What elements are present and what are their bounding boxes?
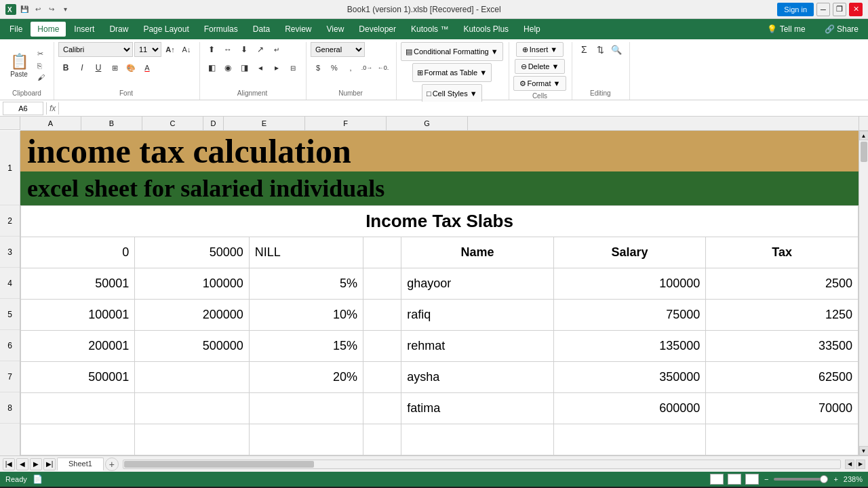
cell-styles-button[interactable]: □ Cell Styles ▼ [422,84,482,103]
menu-kutools-plus[interactable]: Kutools Plus [456,22,515,37]
currency-button[interactable]: $ [311,60,326,75]
page-break-button[interactable]: ☰ [745,474,759,485]
zoom-slider[interactable] [774,478,828,481]
cell-a5[interactable]: 200001 [21,331,135,362]
cell-e8[interactable] [401,424,554,455]
menu-page-layout[interactable]: Page Layout [136,22,195,37]
format-painter-button[interactable]: 🖌 [34,72,48,83]
normal-view-button[interactable]: ⊞ [710,474,724,485]
insert-cells-button[interactable]: ⊕ Insert ▼ [516,42,564,57]
copy-button[interactable]: ⎘ [34,60,48,71]
comma-button[interactable]: , [343,60,358,75]
scroll-up-arrow[interactable]: ▲ [859,131,869,140]
cell-b5[interactable]: 500000 [135,331,249,362]
increase-decimal-button[interactable]: .0→ [359,60,374,75]
cell-b6[interactable] [135,362,249,393]
cell-d6[interactable] [363,362,401,393]
cell-f3[interactable]: 100000 [553,268,706,300]
cell-f6[interactable]: 350000 [553,362,706,393]
align-center-button[interactable]: ◉ [220,60,235,75]
sheet-tab-1[interactable]: Sheet1 [57,458,104,471]
scroll-thumb[interactable] [861,142,867,162]
menu-review[interactable]: Review [278,22,318,37]
format-as-table-button[interactable]: ⊞ Format as Table ▼ [412,63,492,82]
bold-button[interactable]: B [58,60,73,75]
menu-share[interactable]: 🔗 Share [818,22,865,37]
cell-d7[interactable] [363,393,401,424]
underline-button[interactable]: U [91,60,106,75]
sort-button[interactable]: ⇅ [593,42,608,57]
cell-e2[interactable]: Name [401,237,554,268]
slab-header-cell[interactable]: Income Tax Slabs [21,206,859,237]
page-layout-button[interactable]: ⊟ [728,474,741,485]
cell-c5[interactable]: 15% [249,331,363,362]
cell-d3[interactable] [363,268,401,300]
cell-d8[interactable] [363,424,401,455]
orient-button[interactable]: ↗ [253,42,268,57]
cell-c3[interactable]: 5% [249,268,363,300]
menu-file[interactable]: File [3,22,29,37]
cell-g6[interactable]: 62500 [706,362,859,393]
border-button[interactable]: ⊞ [107,60,122,75]
increase-font-button[interactable]: A↑ [163,42,178,57]
zoom-plus[interactable]: + [833,475,837,483]
undo-qat-icon[interactable]: ↩ [33,4,43,15]
horizontal-scrollbar[interactable] [123,460,841,469]
merge-center-button[interactable]: ⊟ [285,60,300,75]
delete-cells-button[interactable]: ⊖ Delete ▼ [515,59,566,74]
cell-g2[interactable]: Tax [706,237,859,268]
cell-d5[interactable] [363,331,401,362]
zoom-minus[interactable]: − [764,475,768,483]
cell-g4[interactable]: 1250 [706,300,859,331]
close-button[interactable]: ✕ [849,3,863,16]
menu-tell-me[interactable]: 💡 Tell me [760,22,812,37]
cell-g5[interactable]: 33500 [706,331,859,362]
indent-less-button[interactable]: ◂ [253,60,268,75]
formula-input[interactable] [62,102,865,115]
find-button[interactable]: 🔍 [609,42,624,57]
wrap-text-button[interactable]: ↵ [269,42,284,57]
h-scroll-left[interactable]: ◀ [845,460,854,469]
align-left-button[interactable]: ◧ [204,60,219,75]
menu-view[interactable]: View [320,22,351,37]
signin-button[interactable]: Sign in [777,3,814,16]
menu-formulas[interactable]: Formulas [197,22,245,37]
cell-e4[interactable]: rafiq [401,300,554,331]
format-cells-button[interactable]: ⚙ Format ▼ [513,76,567,91]
cell-g8[interactable] [706,424,859,455]
cell-f8[interactable] [553,424,706,455]
cell-f5[interactable]: 135000 [553,331,706,362]
cell-f7[interactable]: 600000 [553,393,706,424]
cell-a6[interactable]: 500001 [21,362,135,393]
vertical-scrollbar[interactable]: ▲ ▼ [859,131,868,455]
cell-e6[interactable]: aysha [401,362,554,393]
customize-qat-icon[interactable]: ▾ [60,4,71,15]
cut-button[interactable]: ✂ [34,48,48,60]
sheet-first-button[interactable]: |◀ [3,458,15,470]
menu-help[interactable]: Help [517,22,547,37]
conditional-formatting-button[interactable]: ▤ Conditional Formatting ▼ [401,42,503,61]
cell-e7[interactable]: fatima [401,393,554,424]
cell-c2[interactable]: NILL [249,237,363,268]
italic-button[interactable]: I [75,60,90,75]
fill-color-button[interactable]: 🎨 [123,60,138,75]
sheet-prev-button[interactable]: ◀ [16,458,28,470]
font-name-select[interactable]: Calibri [58,42,133,57]
cell-b4[interactable]: 200000 [135,300,249,331]
cell-a3[interactable]: 50001 [21,268,135,300]
indent-more-button[interactable]: ▸ [269,60,284,75]
cell-c4[interactable]: 10% [249,300,363,331]
cell-b2[interactable]: 50000 [135,237,249,268]
align-bottom-button[interactable]: ⬇ [237,42,252,57]
sheet-last-button[interactable]: ▶| [43,458,56,470]
cell-d2[interactable] [363,237,401,268]
menu-data[interactable]: Data [246,22,277,37]
cell-g7[interactable]: 70000 [706,393,859,424]
cell-a8[interactable] [21,424,135,455]
h-scroll-right[interactable]: ▶ [856,460,865,469]
sheet-next-button[interactable]: ▶ [30,458,42,470]
cell-b8[interactable] [135,424,249,455]
font-color-button[interactable]: A [140,60,155,75]
redo-qat-icon[interactable]: ↪ [46,4,57,15]
h-scroll-thumb[interactable] [124,461,314,468]
